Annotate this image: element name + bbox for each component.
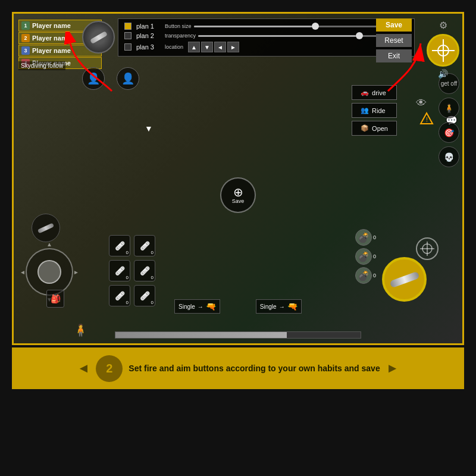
plan-row-1: plan 1 Button size — [124, 23, 408, 30]
joystick[interactable]: ▲ ▼ ◄ ► — [26, 248, 73, 296]
location-label: location — [165, 44, 183, 50]
inv-btn-3[interactable]: 🩹 0 — [109, 260, 130, 281]
joystick-area: ▲ ▼ ◄ ► — [26, 248, 73, 296]
instruction-text: Set fire and aim buttons according to yo… — [129, 364, 380, 373]
save-button[interactable]: Save — [376, 18, 412, 32]
sound-icon[interactable]: 🔊 — [438, 69, 448, 79]
ride-icon: 👥 — [361, 107, 369, 114]
location-right-btn[interactable]: ► — [227, 42, 239, 52]
crosshair-ring — [437, 45, 449, 57]
grenade-icon-2[interactable]: 💣 — [355, 248, 372, 265]
location-up-btn[interactable]: ▲ — [188, 42, 200, 52]
location-controls: location ▲ ▼ ◄ ► — [165, 42, 408, 52]
gun-icon-2: 🔫 — [287, 302, 298, 311]
grenade-icon-3[interactable]: 💣 — [355, 267, 372, 284]
instruction-icon-label: 2 — [106, 362, 112, 375]
fire-mode-2-label: Single — [260, 303, 277, 310]
plan-row-3: plan 3 location ▲ ▼ ◄ ► — [124, 42, 408, 52]
open-icon: 📦 — [361, 124, 369, 132]
right-action-icon-2[interactable]: 🎯 — [439, 122, 459, 143]
red-arrow-right — [382, 32, 430, 103]
plus-icon: ⊕ — [233, 186, 243, 198]
gun-icon-1: 🔫 — [206, 302, 216, 311]
warning-area: ! — [419, 112, 434, 129]
open-button[interactable]: 📦 Open — [352, 121, 397, 136]
bag-icon[interactable]: 🎒 — [46, 290, 64, 308]
ride-button[interactable]: 👥 Ride — [352, 103, 397, 118]
instruction-bar: ◄ 2 Set fire and aim buttons according t… — [12, 347, 464, 389]
plan-3-label: plan 3 — [136, 43, 160, 51]
chevron-right-icon: ► — [73, 269, 79, 275]
plan-2-checkbox[interactable] — [124, 32, 131, 39]
medkit-icon-2: 🩹 — [140, 241, 150, 250]
location-down-btn[interactable]: ▼ — [201, 42, 213, 52]
ride-label: Ride — [372, 107, 386, 114]
inv-btn-5[interactable]: 🩹 0 — [109, 285, 130, 306]
medkit-icon-3: 🩹 — [115, 266, 125, 275]
drive-icon: 🚗 — [361, 89, 369, 96]
aim-crosshair-button[interactable] — [427, 34, 459, 67]
right-action-icon-3[interactable]: 💀 — [439, 146, 459, 167]
inv-count-2: 0 — [151, 250, 154, 255]
button-size-slider-container: Button size — [165, 23, 408, 29]
joystick-outer — [26, 248, 73, 296]
grenade-count-3: 0 — [373, 273, 376, 278]
inv-count-3: 0 — [126, 275, 129, 280]
fire-mode-area: Single → 🔫 Single → 🔫 — [174, 299, 302, 314]
fire-button[interactable] — [382, 257, 427, 302]
player-num-3: 3 — [21, 46, 30, 55]
player-num-1: 1 — [21, 21, 30, 30]
fire-mode-2[interactable]: Single → 🔫 — [256, 299, 302, 314]
medkit-icon-5: 🩹 — [115, 291, 125, 300]
right-action-icon-1[interactable]: 🧍 — [439, 98, 459, 118]
inv-btn-4[interactable]: 🩹 0 — [134, 260, 155, 281]
grenade-icon-1[interactable]: 💣 — [355, 229, 372, 246]
top-right-icons: ⚙ 🔊 — [427, 18, 459, 79]
inv-count-1: 0 — [126, 250, 129, 255]
chevron-left-icon: ◄ — [20, 269, 26, 275]
inv-btn-1[interactable]: 🩹 0 — [109, 235, 130, 256]
transparency-label: transparency — [165, 33, 196, 39]
skydiving-text: Skydiving follow — [18, 61, 65, 70]
plan-2-label: plan 2 — [136, 32, 160, 39]
inv-count-6: 0 — [151, 300, 154, 305]
arrow-icon-1: → — [198, 303, 203, 310]
crosshair-inner — [432, 39, 455, 62]
medkit-icon-6: 🩹 — [140, 291, 150, 300]
right-side-icons: get off 🧍 🎯 💀 — [439, 73, 459, 167]
open-label: Open — [372, 125, 388, 132]
soldier-icon: 🧍 — [73, 323, 88, 337]
plan-3-checkbox[interactable] — [124, 43, 131, 51]
plan-row-2: plan 2 transparency — [124, 32, 408, 39]
warning-icon: ! — [419, 112, 434, 126]
instruction-arrow-right: ► — [386, 361, 399, 376]
bullet-icon-right — [389, 271, 419, 287]
plan-1-checkbox[interactable] — [124, 23, 131, 30]
inv-count-4: 0 — [151, 275, 154, 280]
person-icon-2: 👤 — [117, 67, 139, 90]
transparency-thumb[interactable] — [356, 32, 363, 39]
medkit-icon-4: 🩹 — [140, 266, 150, 275]
medkit-icon-1: 🩹 — [115, 241, 125, 250]
button-size-thumb[interactable] — [312, 23, 319, 30]
player-name-1: Player name — [32, 22, 71, 29]
aim-button-small[interactable] — [416, 237, 439, 260]
inventory-area: 🩹 0 🩹 0 🩹 0 🩹 0 🩹 0 🩹 0 — [109, 235, 156, 308]
location-left-btn[interactable]: ◄ — [214, 42, 226, 52]
grenade-count-2: 0 — [373, 253, 376, 259]
save-center-button[interactable]: ⊕ Save — [220, 177, 256, 213]
soldier-bottom-icon: 🧍 — [73, 323, 88, 337]
transparency-slider-container: transparency — [165, 33, 408, 39]
arrow-icon-2: → — [279, 303, 285, 310]
plan-1-label: plan 1 — [136, 23, 160, 30]
bullet-small-left[interactable] — [32, 214, 60, 242]
grenade-item-2: 💣 0 — [355, 248, 376, 265]
dropdown-arrow[interactable]: ▼ — [145, 124, 153, 133]
svg-text:!: ! — [426, 117, 428, 123]
inv-btn-6[interactable]: 🩹 0 — [134, 285, 155, 306]
gear-icon[interactable]: ⚙ — [437, 18, 450, 32]
game-container: 1 Player name 2 Player name 3 Player nam… — [12, 12, 464, 345]
fire-mode-1[interactable]: Single → 🔫 — [174, 299, 220, 314]
inv-btn-2[interactable]: 🩹 0 — [134, 235, 155, 256]
inventory-small-icon: 🎒 — [46, 290, 64, 308]
